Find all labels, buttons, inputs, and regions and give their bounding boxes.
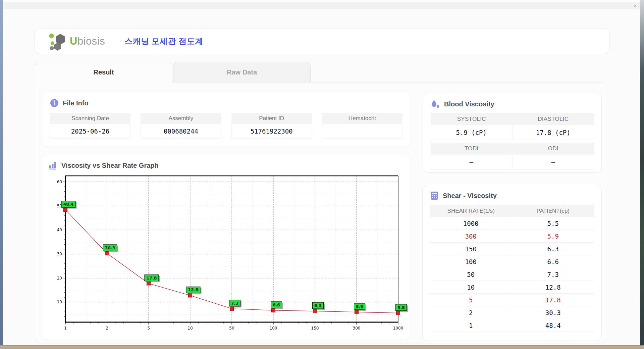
tab-raw-data[interactable]: Raw Data xyxy=(173,62,311,83)
brand-u: U xyxy=(70,35,77,47)
svg-text:6.6: 6.6 xyxy=(273,302,280,307)
field-hematocrit: Hematocrit xyxy=(322,113,402,138)
table-row: 2 30.3 xyxy=(430,306,594,319)
water-droplets-icon xyxy=(431,100,440,108)
patient-value: 12.8 xyxy=(512,281,594,294)
svg-text:6.3: 6.3 xyxy=(314,303,322,308)
svg-text:2: 2 xyxy=(106,326,108,331)
field-label: Scanning Date xyxy=(50,113,130,124)
brand-logo: Ubiosis xyxy=(48,32,105,51)
svg-text:5.5: 5.5 xyxy=(397,305,405,310)
patient-value: 5.9 xyxy=(512,230,594,243)
systolic-value: 5.9 (cP) xyxy=(431,125,513,140)
svg-text:7.3: 7.3 xyxy=(231,301,238,306)
blood-viscosity-card: Blood Viscosity SYSTOLIC DIASTOLIC 5.9 (… xyxy=(423,93,602,172)
shear-rate-value: 10 xyxy=(430,281,512,294)
shear-rate-column-header: SHEAR RATE(1/s) xyxy=(430,205,512,217)
page-title: 스캐닝 모세관 점도계 xyxy=(124,36,203,47)
calculator-grid-icon xyxy=(430,191,439,200)
close-icon[interactable]: × xyxy=(630,3,640,8)
svg-text:50: 50 xyxy=(229,326,234,331)
patient-value: 30.3 xyxy=(512,306,594,319)
file-info-card: File Info Scanning Date 2025-06-26 Assem… xyxy=(42,92,411,146)
patient-column-header: PATIENT(cp) xyxy=(512,205,594,217)
table-row: 100 6.6 xyxy=(430,255,594,268)
diastolic-header: DIASTOLIC xyxy=(513,113,594,125)
systolic-diastolic-table: SYSTOLIC DIASTOLIC 5.9 (cP) 17.8 (cP) TO… xyxy=(431,113,594,169)
field-scanning-date: Scanning Date 2025-06-26 xyxy=(50,113,130,138)
blood-viscosity-title: Blood Viscosity xyxy=(444,100,494,108)
viscosity-chart: 1020304050601251050100150300100048.430.3… xyxy=(49,172,405,338)
field-label: Hematocrit xyxy=(322,113,402,124)
info-icon xyxy=(50,99,59,107)
header-card: Ubiosis 스캐닝 모세관 점도계 xyxy=(35,29,610,54)
svg-text:30: 30 xyxy=(57,252,62,256)
svg-text:10: 10 xyxy=(57,300,62,304)
svg-text:100: 100 xyxy=(270,326,277,331)
shear-rate-value: 50 xyxy=(430,268,512,281)
systolic-header: SYSTOLIC xyxy=(431,113,513,125)
svg-text:17.8: 17.8 xyxy=(147,276,157,281)
table-row: 50 7.3 xyxy=(430,268,594,281)
table-row: 150 6.3 xyxy=(430,243,594,255)
odi-header: ODI xyxy=(513,143,594,155)
svg-text:30.3: 30.3 xyxy=(105,245,115,250)
svg-text:40: 40 xyxy=(57,228,62,232)
svg-text:48.4: 48.4 xyxy=(63,202,74,207)
patient-value: 48.4 xyxy=(512,319,594,332)
brand-rest: biosis xyxy=(77,35,105,47)
svg-text:10: 10 xyxy=(187,326,193,331)
field-assembly: Assembly 000680244 xyxy=(141,113,221,138)
svg-text:150: 150 xyxy=(311,326,319,331)
hexagon-cluster-logo-icon xyxy=(48,32,68,51)
file-info-fields: Scanning Date 2025-06-26 Assembly 000680… xyxy=(50,113,402,138)
patient-value: 5.5 xyxy=(512,217,594,230)
field-value: 51761922300 xyxy=(231,124,312,138)
app-window: × Ubiosis 스캐닝 모세관 점도계 Resul xyxy=(3,0,640,345)
shear-rate-value: 5 xyxy=(430,294,512,306)
desktop-edge-bottom xyxy=(0,345,644,349)
diastolic-value: 17.8 (cP) xyxy=(513,125,594,140)
patient-value: 6.3 xyxy=(512,243,594,255)
shear-rate-value: 100 xyxy=(430,255,512,268)
svg-text:20: 20 xyxy=(57,276,62,281)
field-value: 2025-06-26 xyxy=(50,124,130,138)
shear-rate-value: 150 xyxy=(430,243,512,255)
table-header-row: SHEAR RATE(1/s) PATIENT(cp) xyxy=(430,205,594,217)
patient-value: 6.6 xyxy=(512,255,594,268)
svg-text:300: 300 xyxy=(353,326,361,331)
shear-viscosity-card: Shear - Viscosity SHEAR RATE(1/s) PATIEN… xyxy=(422,185,602,341)
table-row: 10 12.8 xyxy=(430,281,594,294)
shear-rate-value: 1 xyxy=(430,319,512,332)
brand-name: Ubiosis xyxy=(70,35,105,47)
field-label: Patient ID xyxy=(231,113,312,124)
field-patient-id: Patient ID 51761922300 xyxy=(231,113,312,138)
app-content: Ubiosis 스캐닝 모세관 점도계 Result Raw Data xyxy=(3,9,640,345)
desktop-edge-right xyxy=(640,0,644,349)
result-tab-panel: File Info Scanning Date 2025-06-26 Assem… xyxy=(35,82,607,343)
table-row: 1 48.4 xyxy=(430,319,594,332)
svg-text:60: 60 xyxy=(57,180,62,184)
svg-text:12.8: 12.8 xyxy=(188,287,199,292)
shear-rate-value: 2 xyxy=(430,306,512,319)
shear-viscosity-title: Shear - Viscosity xyxy=(443,192,497,200)
bar-chart-icon xyxy=(49,161,57,170)
svg-text:5: 5 xyxy=(147,326,150,331)
patient-value: 7.3 xyxy=(512,268,594,281)
graph-title: Viscosity vs Shear Rate Graph xyxy=(61,162,159,169)
field-value: 000680244 xyxy=(141,124,221,138)
viscosity-graph-card: Viscosity vs Shear Rate Graph 1020304050… xyxy=(42,155,411,340)
table-row: 300 5.9 xyxy=(430,230,594,243)
todi-header: TODI xyxy=(431,143,513,155)
patient-value: 17.8 xyxy=(512,294,594,306)
window-titlebar: × xyxy=(3,2,640,9)
svg-text:5.9: 5.9 xyxy=(356,304,363,309)
tab-result[interactable]: Result xyxy=(35,62,172,83)
todi-value: – xyxy=(431,155,513,169)
field-value xyxy=(322,124,402,138)
file-info-title: File Info xyxy=(63,99,89,107)
shear-rate-value: 1000 xyxy=(430,217,512,230)
table-row: 5 17.8 xyxy=(430,294,594,306)
svg-text:1000: 1000 xyxy=(393,326,404,331)
tab-bar: Result Raw Data xyxy=(35,62,311,83)
